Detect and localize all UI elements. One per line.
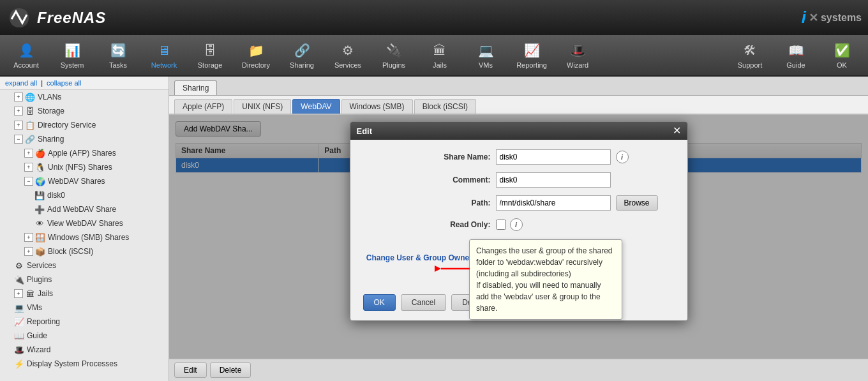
jails-icon: 🏛 — [431, 41, 449, 59]
label-comment: Comment: — [363, 176, 491, 184]
freenas-logo-icon — [6, 5, 32, 31]
sidebar-item-reporting[interactable]: 📈 Reporting — [0, 315, 168, 329]
sidebar-item-webdav-shares[interactable]: − 🌍 WebDAV Shares — [0, 174, 168, 188]
sidebar-item-storage[interactable]: + 🗄 Storage — [0, 104, 168, 118]
bottom-toolbar: Edit Delete — [169, 359, 868, 381]
sidebar-vlans-label: VLANs — [38, 93, 61, 101]
expand-apple-afp[interactable]: + — [24, 149, 33, 158]
storage-icon: 🗄 — [201, 41, 219, 59]
collapse-all-link[interactable]: collapse all — [47, 79, 81, 87]
tab-unix-nfs[interactable]: UNIX (NFS) — [234, 99, 291, 114]
sidebar: expand all | collapse all + 🌐 VLANs + 🗄 … — [0, 77, 169, 381]
ok-icon: ✅ — [833, 41, 851, 59]
expand-sharing[interactable]: − — [14, 135, 23, 144]
sidebar-item-display-processes[interactable]: ⚡ Display System Processes — [0, 357, 168, 371]
sidebar-item-services[interactable]: ⚙ Services — [0, 258, 168, 273]
edit-button[interactable]: Edit — [174, 362, 207, 378]
sidebar-item-sharing[interactable]: − 🔗 Sharing — [0, 132, 168, 146]
toolbar-vms[interactable]: 💻 VMs — [463, 37, 509, 74]
toolbar-network-label: Network — [151, 61, 177, 69]
toolbar-guide-label: Guide — [786, 61, 805, 69]
sharing-icon: 🔗 — [293, 41, 311, 59]
tab-webdav[interactable]: WebDAV — [292, 99, 340, 114]
expand-block-iscsi[interactable]: + — [24, 247, 33, 256]
sidebar-item-vlans[interactable]: + 🌐 VLANs — [0, 90, 168, 104]
browse-button[interactable]: Browse — [616, 195, 658, 211]
sidebar-item-wizard[interactable]: 🎩 Wizard — [0, 343, 168, 357]
windows-smb-icon: 🪟 — [35, 232, 45, 243]
modal-close-button[interactable]: ✕ — [673, 126, 681, 136]
label-path: Path: — [363, 198, 491, 207]
checkbox-read-only[interactable] — [496, 220, 506, 230]
expand-windows-smb[interactable]: + — [24, 233, 33, 242]
toolbar-tasks[interactable]: 🔄 Tasks — [95, 37, 141, 74]
delete-button[interactable]: Delete — [210, 362, 251, 378]
expand-directory-service[interactable]: + — [14, 121, 23, 130]
toolbar-tasks-label: Tasks — [109, 61, 127, 69]
input-comment[interactable] — [496, 172, 611, 188]
toolbar-sharing[interactable]: 🔗 Sharing — [279, 37, 325, 74]
expand-jails[interactable]: + — [14, 289, 23, 298]
toolbar-directory-label: Directory — [242, 61, 270, 69]
toolbar-support[interactable]: 🛠 Support — [727, 37, 773, 74]
sidebar-webdav-label: WebDAV Shares — [48, 177, 105, 186]
input-share-name[interactable] — [496, 149, 611, 165]
sidebar-item-unix-nfs[interactable]: + 🐧 Unix (NFS) Shares — [0, 160, 168, 174]
sidebar-item-jails[interactable]: + 🏛 Jails — [0, 287, 168, 301]
plugins-icon: 🔌 — [385, 41, 403, 59]
sidebar-item-add-webdav[interactable]: ➕ Add WebDAV Share — [0, 202, 168, 216]
sidebar-item-block-iscsi[interactable]: + 📦 Block (iSCSI) — [0, 244, 168, 258]
sidebar-reporting-label: Reporting — [27, 317, 60, 326]
toolbar-directory[interactable]: 📁 Directory — [233, 37, 279, 74]
toolbar-plugins[interactable]: 🔌 Plugins — [371, 37, 417, 74]
toolbar-ok-label: OK — [837, 61, 847, 69]
sidebar-item-guide[interactable]: 📖 Guide — [0, 329, 168, 343]
toolbar-account-label: Account — [13, 61, 39, 69]
expand-vlans[interactable]: + — [14, 93, 23, 101]
modal-cancel-button[interactable]: Cancel — [401, 294, 446, 311]
modal-ok-button[interactable]: OK — [363, 294, 396, 311]
jails-sidebar-icon: 🏛 — [25, 288, 35, 299]
expand-storage[interactable]: + — [14, 107, 23, 116]
toolbar-reporting[interactable]: 📈 Reporting — [509, 37, 555, 74]
info-share-name[interactable]: i — [616, 151, 629, 163]
toolbar-ok[interactable]: ✅ OK — [819, 37, 865, 74]
guide-icon: 📖 — [787, 41, 805, 59]
toolbar: 👤 Account 📊 System 🔄 Tasks 🖥 Network 🗄 S… — [0, 35, 868, 77]
vms-icon: 💻 — [477, 41, 495, 59]
toolbar-network[interactable]: 🖥 Network — [141, 37, 187, 74]
sidebar-item-directory-service[interactable]: + 📋 Directory Service — [0, 118, 168, 132]
sidebar-item-plugins[interactable]: 🔌 Plugins — [0, 273, 168, 287]
storage-sidebar-icon: 🗄 — [25, 106, 35, 116]
sidebar-add-webdav-label: Add WebDAV Share — [47, 205, 116, 214]
tab-windows-smb[interactable]: Windows (SMB) — [341, 99, 413, 114]
toolbar-wizard[interactable]: 🎩 Wizard — [555, 37, 601, 74]
tab-apple-afp[interactable]: Apple (AFP) — [174, 99, 232, 114]
wizard-sidebar-icon: 🎩 — [14, 345, 24, 355]
sidebar-vms-label: VMs — [27, 303, 42, 312]
info-read-only[interactable]: i — [510, 218, 523, 231]
sidebar-item-view-webdav[interactable]: 👁 View WebDAV Shares — [0, 216, 168, 230]
sidebar-wizard-label: Wizard — [27, 345, 50, 354]
toolbar-storage[interactable]: 🗄 Storage — [187, 37, 233, 74]
directory-icon: 📁 — [247, 41, 265, 59]
sidebar-disk0-label: disk0 — [47, 191, 65, 200]
toolbar-account[interactable]: 👤 Account — [3, 37, 49, 74]
sidebar-item-disk0[interactable]: 💾 disk0 — [0, 188, 168, 202]
toolbar-system[interactable]: 📊 System — [49, 37, 95, 74]
toolbar-jails-label: Jails — [433, 61, 447, 69]
wizard-icon: 🎩 — [569, 41, 587, 59]
sidebar-item-windows-smb[interactable]: + 🪟 Windows (SMB) Shares — [0, 230, 168, 244]
toolbar-guide[interactable]: 📖 Guide — [773, 37, 819, 74]
tab-block-iscsi[interactable]: Block (iSCSI) — [414, 99, 476, 114]
toolbar-jails[interactable]: 🏛 Jails — [417, 37, 463, 74]
expand-all-link[interactable]: expand all — [5, 79, 37, 87]
account-icon: 👤 — [17, 41, 35, 59]
input-path[interactable] — [496, 195, 611, 211]
expand-webdav[interactable]: − — [24, 177, 33, 186]
sidebar-item-apple-afp[interactable]: + 🍎 Apple (AFP) Shares — [0, 146, 168, 160]
tab-sharing[interactable]: Sharing — [174, 80, 217, 95]
toolbar-services[interactable]: ⚙ Services — [325, 37, 371, 74]
expand-unix-nfs[interactable]: + — [24, 163, 33, 172]
sidebar-item-vms[interactable]: 💻 VMs — [0, 301, 168, 315]
